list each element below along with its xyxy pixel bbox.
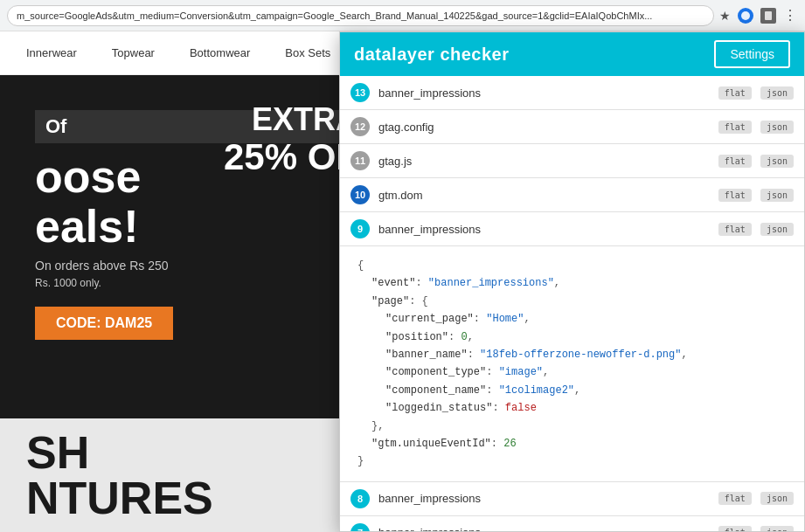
json-expanded-block: { "event": "banner_impressions", "page":… xyxy=(340,246,804,482)
tag-json-8: json xyxy=(760,492,794,505)
datalayer-panel: datalayer checker Settings 13 banner_imp… xyxy=(339,31,805,532)
svg-rect-1 xyxy=(765,11,772,20)
event-name-10: gtm.dom xyxy=(378,189,710,202)
hero-subtext: On orders above Rs 250 xyxy=(35,259,341,273)
nav-item-topwear[interactable]: Topwear xyxy=(112,46,155,59)
tag-flat-9: flat xyxy=(718,223,752,236)
event-row-8[interactable]: 8 banner_impressions flat json xyxy=(340,482,804,516)
hero-line2: eals! xyxy=(35,202,341,252)
nav-item-boxsets[interactable]: Box Sets xyxy=(285,46,330,59)
event-badge-11: 11 xyxy=(350,151,370,170)
browser-menu-icon[interactable]: ⋮ xyxy=(783,7,798,24)
event-badge-8: 8 xyxy=(350,489,370,508)
tag-flat-8: flat xyxy=(718,492,752,505)
tag-json-12: json xyxy=(760,121,794,134)
event-name-8: banner_impressions xyxy=(378,492,710,505)
bottom-text: SH NTURES xyxy=(26,430,213,521)
event-name-12: gtag.config xyxy=(378,121,710,134)
event-name-13: banner_impressions xyxy=(378,86,710,100)
event-row-10[interactable]: 10 gtm.dom flat json xyxy=(340,178,804,212)
nav-item-bottomwear[interactable]: Bottomwear xyxy=(190,46,250,59)
tag-flat-10: flat xyxy=(718,189,752,202)
event-row-11[interactable]: 11 gtag.js flat json xyxy=(340,144,804,178)
bookmark-icon[interactable]: ★ xyxy=(719,9,731,23)
svg-point-0 xyxy=(741,11,750,20)
event-name-9: banner_impressions xyxy=(378,223,710,236)
nav-item-innerwear[interactable]: Innerwear xyxy=(26,46,77,59)
tag-flat-11: flat xyxy=(718,155,752,168)
url-text: m_source=GoogleAds&utm_medium=Conversion… xyxy=(17,10,652,21)
browser-icons: ★ ⋮ xyxy=(719,7,798,24)
event-badge-13: 13 xyxy=(350,83,370,102)
hero-subtext2: Rs. 1000 only. xyxy=(35,277,341,289)
event-row-9[interactable]: 9 banner_impressions flat json xyxy=(340,212,804,246)
event-row-12[interactable]: 12 gtag.config flat json xyxy=(340,110,804,144)
panel-title: datalayer checker xyxy=(354,45,510,65)
event-row-7[interactable]: 7 banner_impressions flat json xyxy=(340,516,804,531)
event-badge-7: 7 xyxy=(350,523,370,531)
cta-button[interactable]: CODE: DAM25 xyxy=(35,307,173,340)
bottom-line2: NTURES xyxy=(26,475,213,521)
url-bar[interactable]: m_source=GoogleAds&utm_medium=Conversion… xyxy=(7,5,714,26)
browser-chrome: m_source=GoogleAds&utm_medium=Conversion… xyxy=(0,0,805,31)
tag-json-13: json xyxy=(760,86,794,100)
percent-text: 25% OF xyxy=(224,136,358,178)
event-name-7: banner_impressions xyxy=(378,526,710,531)
event-row-13[interactable]: 13 banner_impressions flat json xyxy=(340,76,804,110)
tag-json-10: json xyxy=(760,189,794,202)
event-badge-10: 10 xyxy=(350,185,370,204)
tag-json-7: json xyxy=(760,526,794,531)
settings-button[interactable]: Settings xyxy=(714,40,790,68)
bottom-line1: SH xyxy=(26,430,213,475)
tag-flat-7: flat xyxy=(718,526,752,531)
panel-header: datalayer checker Settings xyxy=(340,32,804,76)
tag-flat-12: flat xyxy=(718,121,752,134)
event-badge-9: 9 xyxy=(350,219,370,238)
panel-body[interactable]: 13 banner_impressions flat json 12 gtag.… xyxy=(340,76,804,531)
shield-icon[interactable] xyxy=(760,8,776,24)
extension-icon[interactable] xyxy=(738,8,753,24)
tag-json-11: json xyxy=(760,155,794,168)
event-badge-12: 12 xyxy=(350,117,370,136)
tag-flat-13: flat xyxy=(718,86,752,100)
tag-json-9: json xyxy=(760,223,794,236)
event-name-11: gtag.js xyxy=(378,155,710,168)
